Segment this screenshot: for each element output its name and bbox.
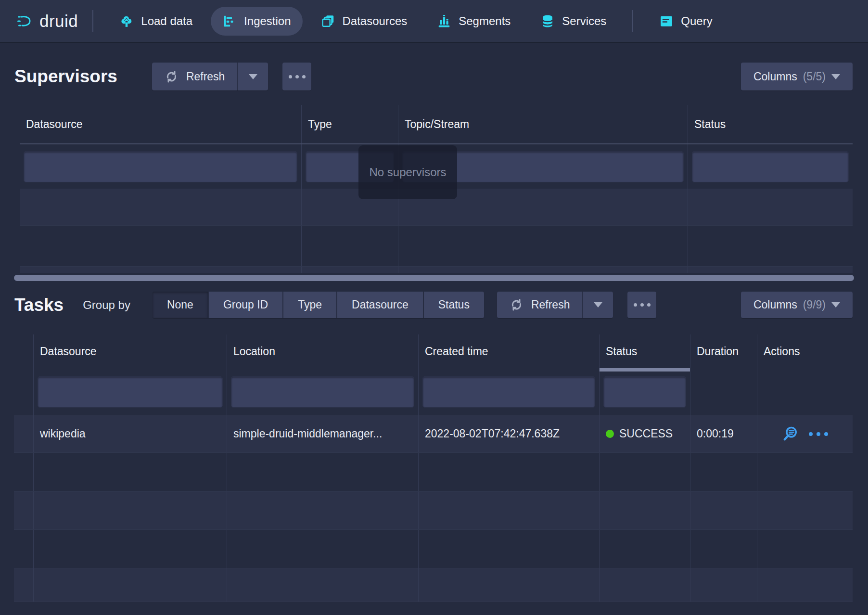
supervisors-refresh-caret-button[interactable] bbox=[237, 63, 268, 90]
tasks-column-header-spacer bbox=[14, 334, 34, 368]
druid-logo-icon bbox=[17, 14, 32, 28]
cloud-upload-icon bbox=[119, 14, 134, 28]
chevron-down-icon bbox=[831, 74, 840, 79]
nav-item-query[interactable]: Query bbox=[648, 7, 724, 36]
tasks-column-header[interactable]: Duration bbox=[690, 334, 757, 368]
refresh-label: Refresh bbox=[186, 70, 225, 83]
druid-logo[interactable]: druid bbox=[17, 12, 78, 31]
columns-count: (9/9) bbox=[803, 298, 826, 311]
group-by-label: Group by bbox=[83, 298, 130, 312]
group-by-none-button[interactable]: None bbox=[153, 292, 209, 318]
nav-label: Load data bbox=[141, 14, 192, 28]
bar-chart-icon bbox=[437, 14, 451, 28]
tasks-column-header[interactable]: Actions bbox=[757, 334, 853, 368]
logo-text: druid bbox=[39, 12, 78, 31]
druid-console: druid Load data bbox=[0, 0, 868, 615]
task-actions-cell bbox=[757, 415, 853, 452]
supervisors-column-header[interactable]: Type bbox=[302, 105, 398, 143]
tasks-column-header[interactable]: Location bbox=[227, 334, 419, 368]
tasks-columns-button[interactable]: Columns (9/9) bbox=[741, 292, 853, 318]
supervisors-datasource-filter-input[interactable] bbox=[24, 151, 297, 182]
nav-item-services[interactable]: Services bbox=[529, 7, 618, 36]
refresh-label: Refresh bbox=[531, 298, 570, 311]
no-supervisors-message: No supervisors bbox=[358, 145, 457, 199]
tasks-status-filter-input[interactable] bbox=[603, 376, 686, 408]
tasks-table: Datasource Location Created time Status … bbox=[14, 334, 853, 602]
refresh-icon bbox=[510, 298, 523, 312]
supervisors-status-filter-input[interactable] bbox=[692, 151, 849, 182]
group-by-segmented-control: None Group ID Type Datasource Status bbox=[153, 292, 484, 318]
chevron-down-icon bbox=[831, 302, 840, 308]
supervisors-column-header[interactable]: Topic/Stream bbox=[398, 105, 688, 143]
status-success-dot bbox=[606, 430, 614, 438]
supervisors-column-header[interactable]: Datasource bbox=[20, 105, 302, 143]
task-created-time-cell: 2022-08-02T07:42:47.638Z bbox=[419, 415, 600, 452]
columns-label: Columns bbox=[753, 70, 797, 83]
columns-label: Columns bbox=[753, 298, 797, 311]
supervisors-title: Supervisors bbox=[14, 66, 117, 87]
table-row bbox=[14, 568, 853, 602]
nav-item-datasources[interactable]: Datasources bbox=[309, 7, 419, 36]
group-by-status-button[interactable]: Status bbox=[424, 292, 484, 318]
nav-label: Segments bbox=[459, 14, 511, 28]
task-more-actions-icon[interactable] bbox=[809, 432, 828, 436]
supervisors-columns-button[interactable]: Columns (5/5) bbox=[741, 63, 853, 90]
top-navbar: druid Load data bbox=[0, 0, 868, 42]
nav-item-load-data[interactable]: Load data bbox=[108, 7, 204, 36]
tasks-column-header-sorted[interactable]: Status bbox=[600, 334, 690, 368]
table-row bbox=[14, 492, 853, 530]
group-by-type-button[interactable]: Type bbox=[283, 292, 337, 318]
nav-divider bbox=[92, 10, 93, 32]
tasks-column-header[interactable]: Datasource bbox=[34, 334, 227, 368]
task-detail-magnifier-icon[interactable] bbox=[782, 426, 798, 442]
table-row bbox=[20, 267, 853, 273]
refresh-icon bbox=[165, 70, 179, 84]
nav-item-segments[interactable]: Segments bbox=[425, 7, 522, 36]
columns-count: (5/5) bbox=[803, 70, 826, 83]
nav-label: Services bbox=[562, 14, 606, 28]
nav-label: Datasources bbox=[343, 14, 408, 28]
empty-state-text: No supervisors bbox=[369, 166, 446, 179]
group-by-datasource-button[interactable]: Datasource bbox=[337, 292, 424, 318]
nav-item-ingestion[interactable]: Ingestion bbox=[211, 7, 302, 36]
tasks-refresh-button[interactable]: Refresh bbox=[497, 292, 583, 318]
tasks-datasource-filter-input[interactable] bbox=[38, 376, 223, 408]
tasks-title: Tasks bbox=[14, 295, 64, 315]
nav-label: Ingestion bbox=[244, 14, 291, 28]
group-by-group-id-button[interactable]: Group ID bbox=[209, 292, 283, 318]
task-datasource-cell: wikipedia bbox=[34, 415, 227, 452]
nav-label: Query bbox=[681, 14, 712, 28]
more-icon bbox=[634, 303, 651, 307]
tasks-column-header[interactable]: Created time bbox=[419, 334, 600, 368]
database-icon bbox=[540, 14, 555, 28]
task-duration-cell: 0:00:19 bbox=[690, 415, 757, 452]
task-status-cell: SUCCESS bbox=[600, 415, 690, 452]
supervisors-refresh-button[interactable]: Refresh bbox=[152, 63, 238, 90]
tasks-more-button[interactable] bbox=[627, 292, 656, 318]
tasks-created-time-filter-input[interactable] bbox=[422, 376, 595, 408]
chevron-down-icon bbox=[249, 74, 257, 79]
table-row bbox=[14, 453, 853, 492]
layers-icon bbox=[321, 14, 335, 28]
tasks-refresh-caret-button[interactable] bbox=[582, 292, 613, 318]
chevron-down-icon bbox=[594, 302, 602, 308]
more-icon bbox=[289, 75, 306, 78]
task-row-wikipedia[interactable]: wikipedia simple-druid-middlemanager... … bbox=[14, 415, 853, 453]
gantt-chart-icon bbox=[222, 14, 237, 28]
table-row bbox=[14, 530, 853, 568]
console-icon bbox=[659, 14, 674, 28]
nav-divider bbox=[632, 10, 633, 32]
tasks-location-filter-input[interactable] bbox=[231, 376, 414, 408]
supervisors-column-header[interactable]: Status bbox=[688, 105, 853, 143]
table-row bbox=[20, 226, 853, 267]
task-location-cell: simple-druid-middlemanager... bbox=[227, 415, 419, 452]
supervisors-more-button[interactable] bbox=[282, 63, 311, 90]
status-text: SUCCESS bbox=[619, 427, 673, 440]
horizontal-scrollbar[interactable] bbox=[14, 275, 854, 281]
